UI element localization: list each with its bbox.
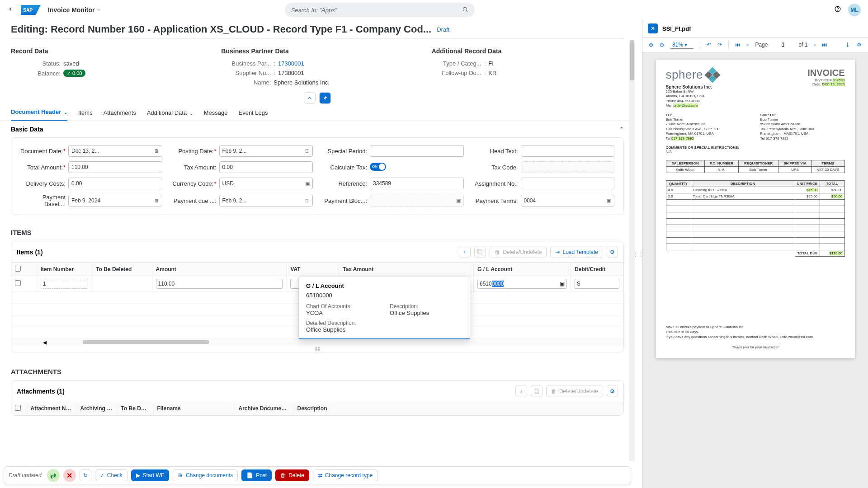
close-pdf-button[interactable]: ✕ bbox=[648, 23, 658, 33]
collapse-header-button[interactable] bbox=[304, 92, 316, 104]
svg-point-2 bbox=[463, 7, 467, 11]
tab-event-logs[interactable]: Event Logs bbox=[238, 105, 268, 121]
value-help-icon[interactable]: ▣ bbox=[456, 198, 461, 204]
calendar-icon[interactable]: 🗓 bbox=[305, 148, 310, 154]
change-record-type-button[interactable]: ⇄ Change record type bbox=[313, 469, 377, 481]
check-button[interactable]: ✓ Check bbox=[95, 469, 127, 481]
payment-terms-input[interactable]: 0004▣ bbox=[521, 195, 615, 206]
zoom-select[interactable]: 81% ▾ bbox=[670, 41, 693, 49]
debit-credit-cell[interactable]: S bbox=[575, 279, 619, 289]
tab-attachments[interactable]: Attachments bbox=[104, 105, 136, 121]
add-attachment-button[interactable]: ＋ bbox=[515, 385, 527, 397]
page-number-input[interactable] bbox=[774, 40, 792, 49]
tab-additional-data[interactable]: Additional Data ⌄ bbox=[147, 105, 193, 121]
attachments-settings-button[interactable]: ⚙ bbox=[607, 385, 618, 397]
help-icon[interactable] bbox=[835, 6, 841, 14]
download-icon[interactable]: ⭳ bbox=[845, 42, 850, 48]
undo-icon[interactable]: ↶ bbox=[707, 42, 711, 48]
collapse-basic-data[interactable]: ⌃ bbox=[619, 126, 624, 132]
items-section-title: ITEMS bbox=[0, 224, 635, 239]
status-value: saved bbox=[63, 60, 79, 67]
next-page-icon[interactable]: › bbox=[814, 42, 816, 48]
pdf-settings-icon[interactable]: ⚙ bbox=[857, 42, 862, 48]
payment-block-input[interactable]: ▣ bbox=[370, 195, 464, 206]
first-page-icon[interactable]: ⏮ bbox=[735, 42, 741, 48]
payment-due-input[interactable]: Feb 9, 2...🗓 bbox=[219, 195, 313, 206]
svg-line-3 bbox=[466, 10, 467, 12]
zoom-out-icon[interactable]: ⊖ bbox=[660, 42, 664, 48]
svg-text:SAP: SAP bbox=[23, 8, 33, 13]
calendar-icon[interactable]: 🗓 bbox=[154, 198, 159, 203]
pane-splitter[interactable]: ⋮⋮ bbox=[635, 20, 642, 488]
global-search[interactable]: Search In: "Apps" bbox=[285, 3, 475, 17]
svg-point-5 bbox=[838, 10, 838, 11]
app-title[interactable]: Invoice Monitor bbox=[48, 6, 101, 14]
table-settings-button[interactable]: ⚙ bbox=[607, 246, 618, 258]
document-date-input[interactable]: Dec 13, 2...🗓 bbox=[68, 145, 162, 157]
last-page-icon[interactable]: ⏭ bbox=[822, 42, 827, 48]
calendar-icon[interactable]: 🗓 bbox=[154, 148, 159, 154]
delete-button[interactable]: 🗑 Delete bbox=[275, 469, 309, 481]
vertical-scrollbar[interactable] bbox=[629, 40, 635, 461]
chevron-down-icon: ⌄ bbox=[64, 110, 67, 115]
addl-data-heading: Additional Record Data bbox=[432, 47, 624, 55]
draft-indicator[interactable]: Draft bbox=[437, 26, 449, 33]
calculate-tax-toggle[interactable] bbox=[370, 163, 464, 172]
item-number-cell[interactable]: 1 bbox=[41, 279, 88, 289]
add-item-button[interactable]: ＋ bbox=[459, 246, 471, 258]
value-help-icon[interactable]: ▣ bbox=[305, 181, 310, 187]
tab-document-header[interactable]: Document Header ⌄ bbox=[11, 104, 67, 121]
bp-data-heading: Business Partner Data bbox=[221, 47, 413, 55]
copy-item-button[interactable]: ⿻ bbox=[474, 246, 486, 258]
chevron-down-icon: ⌄ bbox=[189, 111, 193, 116]
discard-draft-button[interactable]: ✕ bbox=[63, 469, 76, 482]
load-template-button[interactable]: ⇥ Load Template bbox=[550, 246, 603, 258]
tax-code-input[interactable] bbox=[521, 161, 615, 173]
search-icon bbox=[462, 6, 468, 14]
tab-message[interactable]: Message bbox=[204, 105, 228, 121]
table-resize-grip[interactable]: ⣿⣿ bbox=[11, 345, 623, 352]
currency-code-input[interactable]: USD▣ bbox=[219, 178, 313, 189]
posting-date-input[interactable]: Feb 9, 2...🗓 bbox=[219, 145, 313, 157]
user-avatar[interactable]: ML bbox=[848, 4, 861, 16]
draft-status: Draft updated bbox=[9, 472, 42, 479]
post-button[interactable]: 📄 Post bbox=[241, 469, 272, 481]
sap-logo: SAP bbox=[21, 5, 41, 15]
accept-draft-button[interactable]: ⇄ bbox=[47, 469, 60, 482]
gl-account-cell[interactable]: 65100000▣ bbox=[477, 279, 567, 289]
select-all-checkbox[interactable] bbox=[15, 266, 21, 272]
tax-amount-input[interactable]: 0.00 bbox=[219, 161, 313, 173]
total-amount-input[interactable]: 110.00 bbox=[68, 161, 162, 173]
pdf-filename: SSI_FI.pdf bbox=[662, 25, 691, 32]
prev-page-icon[interactable]: ‹ bbox=[747, 42, 749, 48]
footer-toolbar: Draft updated ⇄ ✕ ↻ ✓ Check ▶ Start WF 🗎… bbox=[4, 466, 631, 484]
redo-icon[interactable]: ↷ bbox=[717, 42, 722, 48]
zoom-in-icon[interactable]: ⊕ bbox=[649, 42, 653, 48]
amount-cell[interactable]: 110.00 bbox=[156, 279, 283, 289]
start-wf-button[interactable]: ▶ Start WF bbox=[131, 469, 169, 481]
assignment-no-input[interactable] bbox=[521, 178, 615, 189]
change-documents-button[interactable]: 🗎 Change documents bbox=[173, 469, 238, 481]
gl-account-flyout: G / L Account 65100000 Chart Of Accounts… bbox=[298, 277, 470, 339]
refresh-button[interactable]: ↻ bbox=[80, 469, 91, 481]
special-period-input[interactable] bbox=[370, 145, 464, 157]
pin-header-button[interactable] bbox=[319, 92, 331, 104]
attachments-delete-undelete[interactable]: 🗑 Delete/Undelete bbox=[546, 385, 603, 397]
delete-undelete-button[interactable]: 🗑 Delete/Undelete bbox=[490, 246, 547, 258]
copy-attachment-button[interactable]: ⿻ bbox=[531, 385, 542, 397]
head-text-input[interactable] bbox=[521, 145, 615, 157]
bp-link[interactable]: 17300001 bbox=[278, 60, 304, 67]
reference-input[interactable]: 334589 bbox=[370, 178, 464, 189]
pdf-page: sphere Sphere Solutions Inc. 225 Baker S… bbox=[656, 60, 855, 358]
calendar-icon[interactable]: 🗓 bbox=[305, 198, 310, 203]
row-checkbox[interactable] bbox=[15, 280, 21, 286]
value-help-icon[interactable]: ▣ bbox=[607, 198, 611, 204]
basic-data-title: Basic Data bbox=[11, 126, 43, 133]
tab-items[interactable]: Items bbox=[78, 105, 93, 121]
payment-baseline-input[interactable]: Feb 9, 2024🗓 bbox=[68, 195, 162, 206]
items-horizontal-scrollbar[interactable]: ◂ bbox=[11, 339, 623, 345]
record-data-heading: Record Data bbox=[11, 47, 203, 55]
delivery-costs-input[interactable]: 0.00 bbox=[68, 178, 162, 189]
back-button[interactable] bbox=[7, 6, 14, 14]
attachments-select-all[interactable] bbox=[15, 405, 21, 411]
